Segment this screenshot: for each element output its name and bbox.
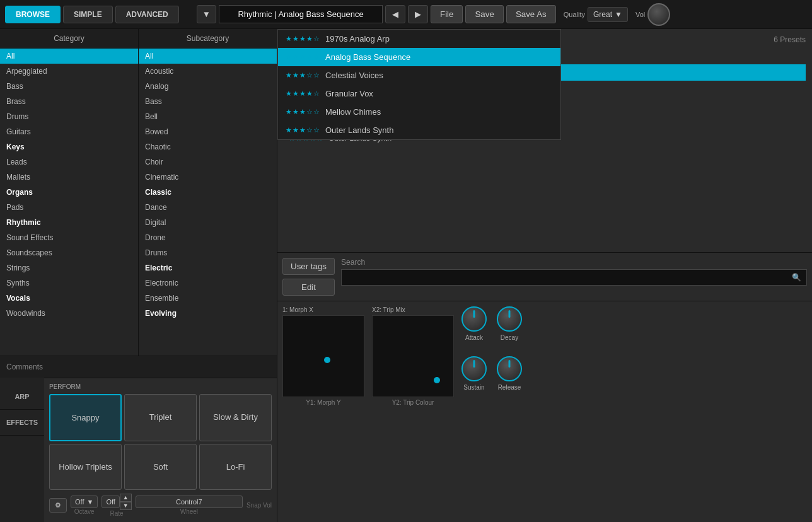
sustain-label: Sustain [463, 384, 484, 391]
subcategory-item[interactable]: Choir [139, 154, 277, 170]
category-item[interactable]: Soundscapes [0, 245, 138, 260]
category-item[interactable]: Arpeggiated [0, 64, 138, 79]
dropdown-item[interactable]: ★★★☆☆Outer Lands Synth [278, 121, 560, 139]
category-item[interactable]: Pads [0, 200, 138, 215]
effects-tab[interactable]: EFFECTS [0, 410, 44, 436]
dropdown-stars: ★★★★★ [286, 53, 320, 61]
subcategory-item[interactable]: Electronic [139, 276, 277, 291]
dropdown-item[interactable]: ★★★☆☆Celestial Voices [278, 66, 560, 84]
subcategory-item[interactable]: Bell [139, 109, 277, 124]
category-item[interactable]: Brass [0, 94, 138, 109]
category-item[interactable]: Sound Effects [0, 230, 138, 245]
file-button[interactable]: File [431, 5, 463, 23]
perform-controls: ⚙ Off ▼ Octave Off [49, 494, 272, 517]
category-item[interactable]: Strings [0, 260, 138, 276]
category-item[interactable]: Leads [0, 154, 138, 170]
category-item[interactable]: Bass [0, 79, 138, 94]
dropdown-stars: ★★★★☆ [286, 90, 320, 98]
dropdown-item-name: Outer Lands Synth [325, 125, 393, 135]
category-item[interactable]: Vocals [0, 291, 138, 306]
perform-button[interactable]: Lo-Fi [199, 444, 272, 490]
category-item[interactable]: Organs [0, 185, 138, 200]
tab-browse[interactable]: BROWSE [5, 6, 61, 23]
search-input[interactable] [347, 273, 792, 282]
subcategory-item[interactable]: Digital [139, 215, 277, 230]
dropdown-item[interactable]: ★★★☆☆Mellow Chimes [278, 103, 560, 121]
dropdown-item-name: Celestial Voices [325, 71, 383, 80]
category-item[interactable]: Synths [0, 276, 138, 291]
rate-stepper-up[interactable]: ▲ [120, 494, 132, 502]
category-item[interactable]: Mallets [0, 170, 138, 185]
subcategory-item[interactable]: Acoustic [139, 64, 277, 79]
search-box[interactable]: 🔍 [341, 269, 807, 286]
perform-label: PERFORM [49, 383, 272, 390]
octave-select[interactable]: Off ▼ [71, 496, 98, 508]
gear-button[interactable]: ⚙ [49, 498, 67, 513]
xy-pad-1-section: 1: Morph X Y1: Morph Y [282, 306, 364, 406]
tab-advanced[interactable]: ADVANCED [115, 6, 179, 23]
release-label: Release [498, 384, 521, 391]
dropdown-stars: ★★★☆☆ [286, 126, 320, 134]
dropdown-item-name: Granular Vox [325, 89, 373, 98]
category-item[interactable]: All [0, 49, 138, 64]
dropdown-item[interactable]: ★★★★★Analog Bass Sequence [278, 48, 560, 66]
subcategory-header: Subcategory [139, 29, 277, 49]
category-list: AllArpeggiatedBassBrassDrumsGuitarsKeysL… [0, 49, 138, 321]
dropdown-item[interactable]: ★★★★☆1970s Analog Arp [278, 30, 560, 48]
xy-pad-2-label: X2: Trip Mix [372, 306, 454, 313]
octave-value: Off [75, 498, 84, 506]
subcategory-item[interactable]: Classic [139, 185, 277, 200]
dropdown-item-name: Mellow Chimes [325, 107, 381, 117]
attack-knob[interactable] [461, 306, 487, 332]
vol-knob[interactable] [647, 3, 670, 26]
subcategory-item[interactable]: Analog [139, 79, 277, 94]
subcategory-item[interactable]: Electric [139, 260, 277, 276]
quality-dropdown[interactable]: Great ▼ [588, 7, 628, 22]
subcategory-item[interactable]: Evolving [139, 306, 277, 321]
dropdown-arrow-button[interactable]: ▼ [197, 5, 216, 23]
perform-button[interactable]: Soft [124, 444, 197, 490]
dropdown-stars: ★★★☆☆ [286, 108, 320, 116]
category-item[interactable]: Woodwinds [0, 306, 138, 321]
subcategory-item[interactable]: Bowed [139, 124, 277, 139]
perform-button[interactable]: Triplet [124, 394, 197, 441]
category-item[interactable]: Drums [0, 109, 138, 124]
decay-knob[interactable] [497, 306, 522, 332]
category-item[interactable]: Keys [0, 139, 138, 154]
subcategory-item[interactable]: Bass [139, 94, 277, 109]
category-item[interactable]: Rhythmic [0, 215, 138, 230]
user-tags-button[interactable]: User tags [282, 258, 335, 275]
release-knob[interactable] [497, 356, 522, 381]
nav-next-button[interactable]: ▶ [408, 5, 428, 23]
decay-knob-group: Decay [497, 306, 522, 341]
sustain-knob[interactable] [461, 356, 487, 381]
arp-tab[interactable]: ARP [0, 384, 44, 410]
xy-pad-2[interactable] [372, 315, 454, 397]
dropdown-item[interactable]: ★★★★☆Granular Vox [278, 84, 560, 103]
xy-pad-1[interactable] [282, 315, 364, 397]
right-bottom-controls: User tags Edit Search 🔍 [277, 252, 812, 301]
wheel-select[interactable]: Control7 [136, 496, 243, 508]
xy-pad-2-dot [434, 377, 440, 383]
nav-prev-button[interactable]: ◀ [385, 5, 405, 23]
rate-stepper[interactable]: ▲ ▼ [120, 494, 132, 510]
subcategory-item[interactable]: Drums [139, 245, 277, 260]
subcategory-item[interactable]: All [139, 49, 277, 64]
perform-button[interactable]: Slow & Dirty [199, 394, 272, 441]
rate-stepper-down[interactable]: ▼ [120, 502, 132, 510]
subcategory-item[interactable]: Drone [139, 230, 277, 245]
perform-button[interactable]: Snappy [49, 394, 122, 441]
category-item[interactable]: Guitars [0, 124, 138, 139]
subcategory-item[interactable]: Chaotic [139, 139, 277, 154]
save-button[interactable]: Save [465, 5, 503, 23]
edit-button[interactable]: Edit [282, 279, 335, 296]
preset-count: 6 Presets [774, 35, 806, 44]
subcategory-item[interactable]: Ensemble [139, 291, 277, 306]
octave-label: Octave [74, 508, 95, 515]
subcategory-item[interactable]: Cinematic [139, 170, 277, 185]
tab-simple[interactable]: SIMPLE [63, 6, 113, 23]
subcategory-item[interactable]: Dance [139, 200, 277, 215]
rate-select[interactable]: Off [102, 496, 119, 508]
perform-button[interactable]: Hollow Triplets [49, 444, 122, 490]
save-as-button[interactable]: Save As [506, 5, 556, 23]
